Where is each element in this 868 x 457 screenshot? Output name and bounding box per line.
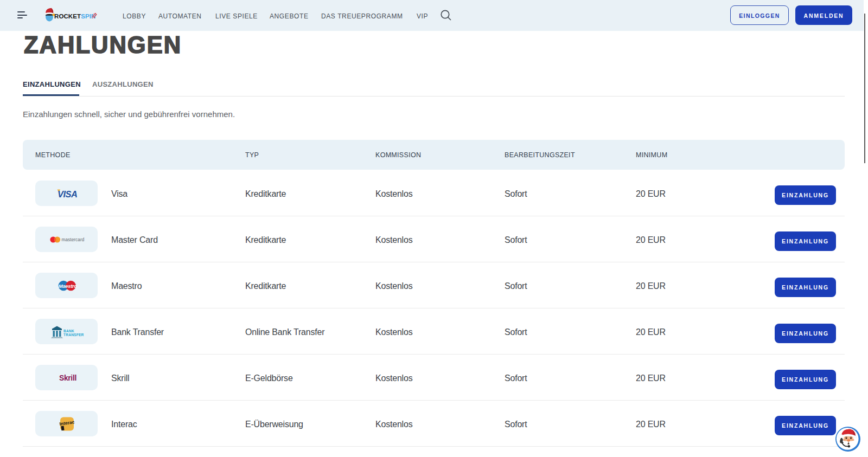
- svg-text:VISA: VISA: [58, 189, 78, 199]
- svg-text:Skrill: Skrill: [59, 374, 76, 382]
- svg-text:BANK: BANK: [63, 329, 74, 333]
- svg-text:Maestro: Maestro: [59, 284, 77, 289]
- svg-text:TRANSFER: TRANSFER: [63, 333, 84, 337]
- svg-text:mastercard: mastercard: [62, 237, 85, 242]
